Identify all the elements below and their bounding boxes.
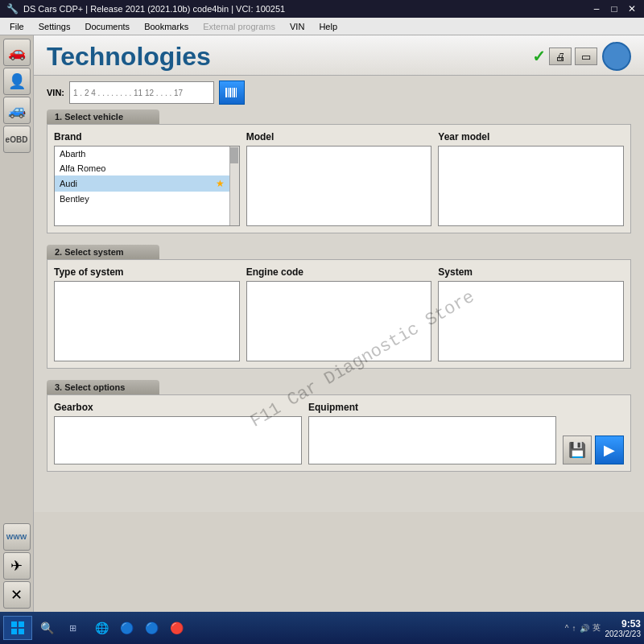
brand-item-audi[interactable]: Audi ★ bbox=[55, 175, 229, 192]
svg-rect-6 bbox=[11, 621, 17, 627]
menu-bookmarks[interactable]: Bookmarks bbox=[138, 20, 195, 33]
svg-rect-5 bbox=[236, 88, 237, 97]
sidebar-vehicle-button[interactable]: 🚙 bbox=[3, 97, 31, 124]
vin-input[interactable] bbox=[73, 89, 210, 97]
menu-file[interactable]: File bbox=[3, 20, 31, 33]
app-title: Technologies bbox=[47, 42, 211, 72]
svg-rect-0 bbox=[225, 88, 227, 97]
app-header: Technologies ✓ 🖨 ▭ bbox=[34, 35, 644, 76]
model-list[interactable] bbox=[246, 146, 432, 226]
brand-item-bentley[interactable]: Bentley bbox=[55, 192, 229, 206]
vin-label: VIN: bbox=[47, 88, 64, 97]
brand-item-alfaromeo[interactable]: Alfa Romeo bbox=[55, 161, 229, 175]
svg-rect-8 bbox=[11, 629, 17, 634]
title-bar-text: DS Cars CDP+ | Release 2021 (2021.10b) c… bbox=[23, 4, 285, 14]
system-grid: Type of system Engine code System bbox=[54, 266, 624, 361]
section2-header: 2. Select system bbox=[47, 245, 159, 259]
sidebar-wrench-button[interactable]: 👤 bbox=[3, 68, 31, 95]
bottom-action-buttons: 💾 ▶ bbox=[563, 436, 624, 464]
clock-date: 2023/2/23 bbox=[605, 630, 642, 638]
brand-name-audi: Audi bbox=[60, 179, 77, 188]
windows-icon bbox=[10, 621, 25, 635]
year-column: Year model bbox=[438, 131, 624, 226]
section3-header: 3. Select options bbox=[47, 380, 159, 394]
gearbox-list[interactable] bbox=[54, 416, 302, 464]
menu-help[interactable]: Help bbox=[312, 20, 344, 33]
system-list[interactable] bbox=[438, 281, 624, 361]
options-row: Gearbox Equipment 💾 ▶ bbox=[54, 402, 624, 464]
close-button[interactable]: ✕ bbox=[626, 3, 638, 14]
year-list[interactable] bbox=[438, 146, 624, 226]
audi-star-icon: ★ bbox=[216, 178, 225, 189]
start-button[interactable] bbox=[3, 616, 32, 640]
vin-input-container bbox=[69, 81, 214, 104]
svg-rect-3 bbox=[232, 88, 233, 97]
svg-rect-4 bbox=[233, 88, 235, 97]
brand-name-abarth: Abarth bbox=[60, 149, 85, 159]
brand-column: Brand Abarth Alfa Romeo bbox=[54, 131, 240, 226]
svg-rect-7 bbox=[19, 621, 24, 627]
brand-name-alfaromeo: Alfa Romeo bbox=[60, 163, 105, 173]
printer-icon-button[interactable]: 🖨 bbox=[549, 47, 572, 65]
sidebar-car-button[interactable]: 🚗 bbox=[3, 39, 31, 66]
sidebar-www-button[interactable]: WWW bbox=[3, 523, 31, 551]
sidebar: 🚗 👤 🚙 eOBD WWW ✈ ✕ bbox=[0, 35, 34, 612]
type-of-system-label: Type of system bbox=[54, 266, 240, 278]
taskbar-right: ^ ↑ 🔊 英 9:53 2023/2/23 bbox=[565, 618, 641, 638]
menu-documents[interactable]: Documents bbox=[78, 20, 136, 33]
taskbar-tray: ^ ↑ 🔊 英 bbox=[565, 622, 601, 634]
next-button[interactable]: ▶ bbox=[595, 436, 624, 464]
svg-rect-9 bbox=[19, 629, 24, 634]
section-select-options: 3. Select options Gearbox Equipment 💾 bbox=[34, 380, 644, 512]
app-icon: 🔧 bbox=[6, 3, 19, 14]
taskbar-red-icon[interactable]: 🔴 bbox=[165, 617, 188, 639]
content-area: Technologies ✓ 🖨 ▭ F11 Car Diagnostic St… bbox=[34, 35, 644, 612]
vin-scan-button[interactable] bbox=[219, 80, 245, 105]
sidebar-options-button[interactable]: ✈ bbox=[3, 552, 31, 580]
svg-rect-1 bbox=[228, 88, 229, 97]
menu-vin[interactable]: VIN bbox=[283, 20, 311, 33]
section3-body: Gearbox Equipment 💾 ▶ bbox=[47, 394, 631, 472]
menu-external: External programs bbox=[196, 20, 282, 33]
section2-body: Type of system Engine code System bbox=[47, 259, 631, 369]
gearbox-label: Gearbox bbox=[54, 402, 302, 413]
taskbar-task-button[interactable]: ⊞ bbox=[61, 617, 84, 639]
header-icons: ✓ 🖨 ▭ bbox=[532, 47, 597, 66]
clock-time: 9:53 bbox=[605, 618, 642, 630]
tray-lang-icon[interactable]: 英 bbox=[592, 622, 601, 634]
tray-up-icon: ↑ bbox=[572, 624, 576, 633]
sidebar-obd-button[interactable]: eOBD bbox=[3, 126, 31, 153]
taskbar-browser-icon[interactable]: 🌐 bbox=[90, 617, 113, 639]
equipment-list[interactable] bbox=[308, 416, 556, 464]
brand-name-bentley: Bentley bbox=[60, 194, 89, 204]
maximize-button[interactable]: □ bbox=[609, 3, 620, 14]
menu-settings[interactable]: Settings bbox=[32, 20, 77, 33]
taskbar-ie-icon[interactable]: 🔵 bbox=[140, 617, 163, 639]
model-column: Model bbox=[246, 131, 432, 226]
system-column: System bbox=[438, 266, 624, 361]
main-window: 🚗 👤 🚙 eOBD WWW ✈ ✕ Technologies ✓ 🖨 ▭ F1… bbox=[0, 35, 644, 612]
tray-volume-icon[interactable]: 🔊 bbox=[580, 624, 589, 633]
minimize-button[interactable]: – bbox=[591, 3, 602, 14]
type-of-system-list[interactable] bbox=[54, 281, 240, 361]
section1-header: 1. Select vehicle bbox=[47, 109, 159, 124]
model-label: Model bbox=[246, 131, 432, 142]
avatar bbox=[602, 42, 631, 71]
taskbar-chrome-icon[interactable]: 🔵 bbox=[115, 617, 138, 639]
engine-code-list[interactable] bbox=[246, 281, 432, 361]
save-button[interactable]: 💾 bbox=[563, 436, 592, 464]
brand-list-wrapper: Abarth Alfa Romeo Audi ★ bbox=[54, 146, 240, 226]
tray-expand[interactable]: ^ bbox=[565, 624, 569, 633]
engine-code-column: Engine code bbox=[246, 266, 432, 361]
sidebar-delete-button[interactable]: ✕ bbox=[3, 581, 31, 609]
taskbar-pinned-icons: 🌐 🔵 🔵 🔴 bbox=[90, 617, 188, 639]
taskbar-search-button[interactable]: 🔍 bbox=[35, 617, 58, 639]
taskbar: 🔍 ⊞ 🌐 🔵 🔵 🔴 ^ ↑ 🔊 英 9:53 2023/2/23 bbox=[0, 612, 644, 644]
brand-label: Brand bbox=[54, 131, 240, 142]
equipment-label: Equipment bbox=[308, 402, 556, 413]
system-label: System bbox=[438, 266, 624, 278]
toolbar-icon-2[interactable]: ▭ bbox=[575, 47, 597, 65]
section-select-system: 2. Select system Type of system Engine c… bbox=[34, 245, 644, 375]
brand-item-abarth[interactable]: Abarth bbox=[55, 147, 229, 161]
brand-list-scrollbar[interactable] bbox=[229, 147, 239, 225]
